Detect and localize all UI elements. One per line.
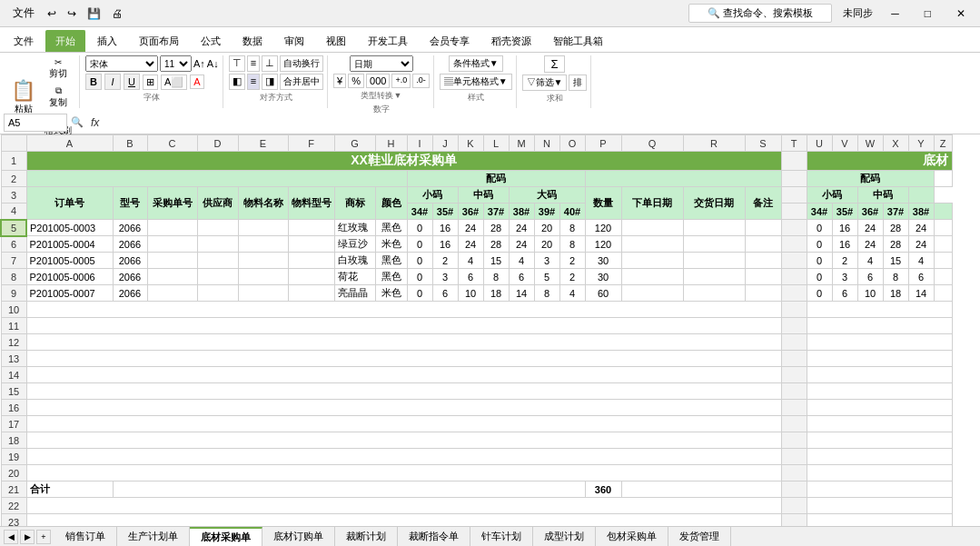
- row5-r37[interactable]: 28: [883, 220, 908, 236]
- row8-s38[interactable]: 6: [509, 269, 534, 285]
- font-increase-icon[interactable]: A↑: [193, 58, 205, 69]
- row9-matname[interactable]: [238, 285, 288, 302]
- tab-scroll-left[interactable]: ◀: [4, 530, 18, 544]
- row8-s36[interactable]: 6: [458, 269, 483, 285]
- underline-button[interactable]: U: [124, 74, 140, 90]
- tab-data[interactable]: 数据: [233, 30, 272, 52]
- row9-mattype[interactable]: [288, 285, 334, 302]
- col-r-header[interactable]: R: [683, 135, 745, 152]
- row5-s39[interactable]: 20: [534, 220, 559, 236]
- merge-center-button[interactable]: 合并居中: [280, 74, 323, 90]
- close-button[interactable]: ✕: [949, 5, 973, 22]
- col-o-header[interactable]: O: [559, 135, 585, 152]
- row9-s35[interactable]: 6: [432, 285, 458, 302]
- row6-s40[interactable]: 8: [559, 236, 585, 253]
- row8-matname[interactable]: [238, 269, 288, 285]
- paste-button[interactable]: 📋 粘贴: [7, 77, 39, 117]
- tab-review[interactable]: 审阅: [274, 30, 314, 52]
- row9-brand[interactable]: 亮晶晶: [334, 285, 375, 302]
- row9-r34[interactable]: 0: [807, 285, 832, 302]
- row9-s36[interactable]: 10: [458, 285, 483, 302]
- sum-button[interactable]: Σ: [544, 55, 564, 73]
- col-s-header[interactable]: S: [745, 135, 781, 152]
- row5-s34[interactable]: 0: [407, 220, 432, 236]
- row7-brand[interactable]: 白玫瑰: [334, 253, 375, 269]
- row8-mattype[interactable]: [288, 269, 334, 285]
- row9-delivery[interactable]: [683, 285, 745, 302]
- row6-s36[interactable]: 24: [458, 236, 483, 253]
- row6-qty[interactable]: 120: [585, 236, 621, 253]
- col-d-header[interactable]: D: [197, 135, 238, 152]
- maximize-button[interactable]: □: [917, 5, 938, 22]
- sheet-tab-needle[interactable]: 针车计划: [470, 527, 533, 547]
- row5-r35[interactable]: 16: [832, 220, 857, 236]
- row9-s38[interactable]: 14: [509, 285, 534, 302]
- col-v-header[interactable]: V: [832, 135, 857, 152]
- cell-reference-input[interactable]: [4, 114, 67, 132]
- row6-type[interactable]: 2066: [113, 236, 147, 253]
- row6-s37[interactable]: 28: [483, 236, 509, 253]
- tab-add[interactable]: +: [36, 530, 51, 544]
- row6-r34[interactable]: 0: [807, 236, 832, 253]
- row6-r36[interactable]: 24: [857, 236, 883, 253]
- row8-remark[interactable]: [745, 269, 781, 285]
- row5-r34[interactable]: 0: [807, 220, 832, 236]
- row7-r35[interactable]: 2: [832, 253, 857, 269]
- row8-delivery[interactable]: [683, 269, 745, 285]
- col-p-header[interactable]: P: [585, 135, 621, 152]
- row5-brand[interactable]: 红玫瑰: [334, 220, 375, 236]
- sheet-tab-forming[interactable]: 成型计划: [533, 527, 596, 547]
- row6-s39[interactable]: 20: [534, 236, 559, 253]
- row8-s35[interactable]: 3: [432, 269, 458, 285]
- row8-s34[interactable]: 0: [407, 269, 432, 285]
- row8-type[interactable]: 2066: [113, 269, 147, 285]
- file-menu[interactable]: 文件: [7, 4, 40, 23]
- row6-s38[interactable]: 24: [509, 236, 534, 253]
- col-n-header[interactable]: N: [534, 135, 559, 152]
- sheet-tab-packaging[interactable]: 包材采购单: [596, 527, 668, 547]
- number-format-select[interactable]: 日期: [350, 55, 413, 72]
- tab-scroll-right[interactable]: ▶: [20, 530, 35, 544]
- cut-button[interactable]: ✂ 剪切: [41, 55, 75, 82]
- percent-icon[interactable]: %: [348, 74, 364, 88]
- row8-order[interactable]: P201005-0006: [26, 269, 113, 285]
- row5-color[interactable]: 黑色: [375, 220, 407, 236]
- row9-color[interactable]: 米色: [375, 285, 407, 302]
- col-t-header[interactable]: T: [781, 135, 807, 152]
- italic-button[interactable]: I: [104, 74, 121, 90]
- row8-purchase[interactable]: [147, 269, 197, 285]
- row8-qty[interactable]: 30: [585, 269, 621, 285]
- tab-formula[interactable]: 公式: [191, 30, 231, 52]
- font-decrease-icon[interactable]: A↓: [207, 58, 219, 69]
- row6-r37[interactable]: 28: [883, 236, 908, 253]
- filter-button[interactable]: ▽筛选▼: [522, 74, 568, 91]
- row5-purchase[interactable]: [147, 220, 197, 236]
- col-w-header[interactable]: W: [857, 135, 883, 152]
- sheet-tab-cutting-order[interactable]: 裁断指令单: [398, 527, 470, 547]
- row5-mattype[interactable]: [288, 220, 334, 236]
- row5-s40[interactable]: 8: [559, 220, 585, 236]
- row7-s40[interactable]: 2: [559, 253, 585, 269]
- col-f-header[interactable]: F: [288, 135, 334, 152]
- sheet-area[interactable]: A B C D E F G H I J K L M N O P Q: [0, 134, 980, 526]
- row5-s35[interactable]: 16: [432, 220, 458, 236]
- align-top-icon[interactable]: ⊤: [229, 55, 245, 72]
- row9-s40[interactable]: 4: [559, 285, 585, 302]
- row8-r35[interactable]: 3: [832, 269, 857, 285]
- row9-r38[interactable]: 14: [908, 285, 934, 302]
- row6-order[interactable]: P201005-0004: [26, 236, 113, 253]
- row5-delivery[interactable]: [683, 220, 745, 236]
- tab-developer[interactable]: 开发工具: [358, 30, 418, 52]
- col-x-header[interactable]: X: [883, 135, 908, 152]
- row8-r36[interactable]: 6: [857, 269, 883, 285]
- row7-mattype[interactable]: [288, 253, 334, 269]
- row9-purchase[interactable]: [147, 285, 197, 302]
- row7-s39[interactable]: 3: [534, 253, 559, 269]
- row7-order[interactable]: P201005-0005: [26, 253, 113, 269]
- align-middle-icon[interactable]: ≡: [247, 55, 260, 72]
- row8-s39[interactable]: 5: [534, 269, 559, 285]
- row5-type[interactable]: 2066: [113, 220, 147, 236]
- col-j-header[interactable]: J: [432, 135, 458, 152]
- increase-decimal-icon[interactable]: +.0: [391, 74, 411, 88]
- row5-s36[interactable]: 24: [458, 220, 483, 236]
